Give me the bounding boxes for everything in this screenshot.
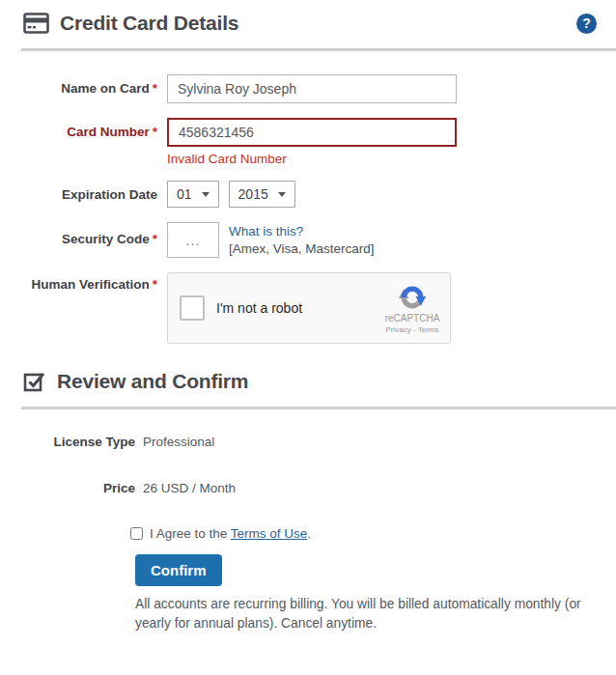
- security-code-field-group: What is this? [Amex, Visa, Mastercard]: [167, 222, 375, 258]
- expiration-year-select[interactable]: 2015: [229, 181, 295, 208]
- name-on-card-input[interactable]: [167, 74, 457, 103]
- license-type-row: License Type Professional: [21, 435, 595, 449]
- credit-card-details-header: Credit Card Details ?: [23, 12, 597, 35]
- recaptcha-widget: I'm not a robot reCAPTCHA Privacy - Term…: [167, 272, 451, 344]
- expiration-date-label: Expiration Date: [21, 181, 167, 208]
- recaptcha-links: Privacy - Terms: [386, 325, 439, 334]
- chevron-down-icon: [202, 192, 210, 197]
- expiration-date-row: Expiration Date 01 2015: [21, 181, 595, 208]
- expiration-selects: 01 2015: [167, 181, 295, 208]
- expiration-date-label-text: Expiration Date: [62, 187, 157, 202]
- license-type-label: License Type: [21, 435, 135, 449]
- divider: [21, 407, 616, 409]
- price-label: Price: [21, 481, 135, 495]
- review-confirm-header: Review and Confirm: [23, 370, 597, 393]
- recaptcha-checkbox[interactable]: [180, 295, 205, 321]
- credit-card-section: Credit Card Details ? Name on Card* Card…: [0, 12, 616, 344]
- card-number-field-group: Invalid Card Number: [167, 118, 457, 166]
- expiration-month-value: 01: [177, 186, 192, 202]
- recaptcha-checkbox-label: I'm not a robot: [216, 300, 302, 316]
- billing-note: All accounts are recurring billing. You …: [135, 595, 599, 633]
- required-asterisk: *: [153, 277, 157, 292]
- price-row: Price 26 USD / Month: [21, 481, 595, 495]
- terms-of-use-link[interactable]: Terms of Use: [231, 526, 308, 541]
- agree-suffix: .: [307, 526, 311, 541]
- security-code-input[interactable]: [167, 222, 219, 258]
- what-is-this-link[interactable]: What is this?: [229, 224, 303, 239]
- card-types-note: [Amex, Visa, Mastercard]: [229, 240, 375, 258]
- card-number-row: Card Number* Invalid Card Number: [21, 118, 595, 166]
- agree-terms-checkbox[interactable]: [130, 527, 143, 540]
- credit-card-form: Name on Card* Card Number* Invalid Card …: [21, 74, 595, 344]
- page-title: Credit Card Details: [60, 12, 238, 35]
- license-type-value: Professional: [143, 435, 214, 449]
- required-asterisk: *: [153, 125, 157, 139]
- checkbox-check-icon: [23, 370, 46, 393]
- divider: [21, 48, 616, 51]
- recaptcha-branding: reCAPTCHA Privacy - Terms: [384, 283, 440, 334]
- card-number-input[interactable]: [167, 118, 457, 147]
- chevron-down-icon: [278, 192, 286, 197]
- agree-terms-text: I Agree to the Terms of Use.: [150, 526, 311, 541]
- confirm-button[interactable]: Confirm: [135, 554, 222, 586]
- name-on-card-row: Name on Card*: [21, 74, 595, 103]
- agree-terms-row: I Agree to the Terms of Use.: [130, 526, 616, 541]
- recaptcha-privacy-link[interactable]: Privacy: [386, 325, 411, 334]
- recaptcha-brand-text: reCAPTCHA: [385, 313, 440, 323]
- name-on-card-label: Name on Card*: [21, 74, 167, 103]
- security-code-label-text: Security Code: [62, 232, 150, 246]
- required-asterisk: *: [153, 81, 157, 96]
- review-confirm-title: Review and Confirm: [57, 370, 248, 393]
- recaptcha-logo-icon: [398, 283, 427, 312]
- security-code-row: Security Code* What is this? [Amex, Visa…: [21, 222, 595, 258]
- agree-prefix: I Agree to the: [150, 526, 231, 541]
- card-number-error: Invalid Card Number: [167, 152, 457, 166]
- card-number-label-text: Card Number: [67, 125, 150, 139]
- security-code-help: What is this? [Amex, Visa, Mastercard]: [229, 222, 375, 258]
- human-verification-row: Human Verification* I'm not a robot reCA…: [21, 272, 595, 344]
- recaptcha-links-separator: -: [411, 325, 418, 334]
- card-number-label: Card Number*: [21, 118, 167, 166]
- human-verification-label: Human Verification*: [21, 272, 167, 344]
- security-code-label: Security Code*: [21, 222, 167, 258]
- price-value: 26 USD / Month: [143, 481, 236, 495]
- human-verification-label-text: Human Verification: [31, 277, 149, 292]
- review-summary: License Type Professional Price 26 USD /…: [21, 435, 595, 495]
- name-on-card-label-text: Name on Card: [61, 81, 150, 96]
- required-asterisk: *: [153, 232, 157, 246]
- expiration-year-value: 2015: [238, 186, 268, 202]
- review-confirm-section: Review and Confirm License Type Professi…: [0, 370, 616, 633]
- recaptcha-terms-link[interactable]: Terms: [418, 325, 439, 334]
- help-icon[interactable]: ?: [576, 14, 597, 34]
- credit-card-icon: [23, 13, 49, 34]
- expiration-month-select[interactable]: 01: [167, 181, 219, 208]
